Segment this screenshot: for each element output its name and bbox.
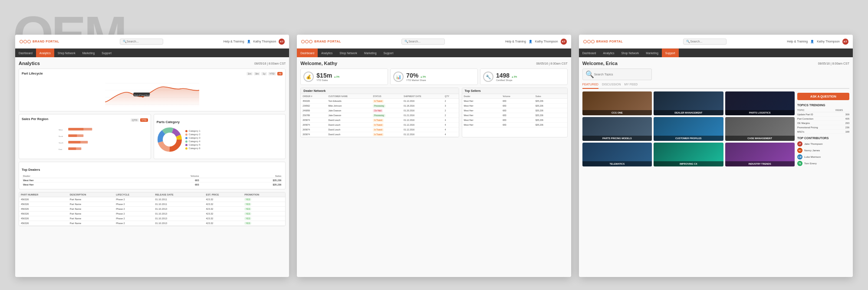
tab-ytd[interactable]: YTD — [268, 72, 276, 75]
navbar-1: Dashboard Analytics Shop Network Marketi… — [15, 49, 289, 57]
featured-tabs: FEATURED DISCUSSION MY FEED — [582, 83, 849, 89]
page-content-2: Welcome, Kathy 08/05/16 | 8:00am CST 💰 $… — [297, 57, 571, 277]
svg-rect-18 — [68, 147, 81, 150]
tab-discussion[interactable]: DISCUSSION — [602, 83, 621, 87]
tab-all[interactable]: All — [277, 72, 283, 75]
kpi-icon-1: 💰 — [303, 72, 314, 82]
table-row: 456326Part NamePhase 201.10.2013423.32YE… — [19, 216, 285, 221]
search-input-3[interactable] — [690, 40, 725, 43]
tab-ytd2[interactable]: YTD — [140, 118, 148, 122]
list-item: Part Correction405 — [797, 117, 849, 121]
brand-name-3: BRAND PORTAL — [596, 40, 623, 43]
nav-marketing-2[interactable]: Marketing — [361, 49, 380, 57]
nav-shopnetwork-2[interactable]: Shop Network — [336, 49, 361, 57]
topbar-2: BRAND PORTAL 🔍 Help & Training 👤 Kathy T… — [297, 35, 571, 49]
topbar-search-2[interactable]: 🔍 — [401, 39, 445, 45]
nav-dashboard-3[interactable]: Dashboard — [579, 49, 600, 57]
sales-region-chart: Sales Per Region QTD YTD West North Sout… — [19, 114, 151, 159]
lifecycle-svg: End of Travel Ends — [22, 78, 283, 107]
nav-shopnetwork-1[interactable]: Shop Network — [54, 49, 79, 57]
ask-button[interactable]: ASK A QUESTION — [797, 93, 849, 100]
tab-myfeed[interactable]: MY FEED — [624, 83, 638, 87]
card-label-improving-cx: IMPROVING CX — [654, 161, 723, 166]
topbar-search-3[interactable]: 🔍 — [683, 39, 727, 45]
circle-4 — [301, 40, 305, 43]
donut-svg — [157, 127, 183, 153]
card-parts-logistics[interactable]: PARTS LOGISTICS — [725, 91, 795, 115]
table-row: 456326Part NamePhase 201.10.2013423.32YE… — [19, 207, 285, 212]
topbar-right-1: Help & Training 👤 Kathy Thompson KT — [224, 39, 285, 45]
nav-shopnetwork-3[interactable]: Shop Network — [618, 49, 642, 57]
user-icon-2: 👤 — [529, 40, 533, 43]
page-header-3: Welcome, Erica 08/05/16 | 8:00am CST — [582, 61, 849, 66]
tab-3m[interactable]: 3m — [254, 72, 260, 75]
tab-1y[interactable]: 1y — [261, 72, 266, 75]
featured-grid: CCG ONE DEALER MANAGEMENT PARTS LOGISTIC… — [582, 91, 795, 166]
tab-qtd[interactable]: QTD — [131, 118, 139, 122]
screen-analytics: BRAND PORTAL 🔍 Help & Training 👤 Kathy T… — [15, 35, 289, 277]
nav-support-2[interactable]: Support — [380, 49, 397, 57]
nav-dashboard-1[interactable]: Dashboard — [15, 49, 36, 57]
card-customer-profiles[interactable]: CUSTOMER PROFILES — [654, 117, 723, 141]
table-row: West Herr683$35,236 — [462, 123, 567, 127]
card-industry-trends[interactable]: INDUSTRY TRENDS — [725, 143, 795, 166]
avatar-2: KT — [561, 39, 567, 45]
top-dealers-title: Top Dealers — [22, 168, 40, 172]
topbar-right-3: Help & Training 👤 Kathy Thompson KT — [787, 39, 848, 45]
card-improving-cx[interactable]: IMPROVING CX — [654, 143, 723, 166]
nav-support-3[interactable]: Support — [662, 49, 679, 57]
card-label-customer-profiles: CUSTOMER PROFILES — [654, 136, 723, 141]
circle-1 — [20, 40, 23, 43]
page-date-1: 08/05/16 | 8:00am CST — [254, 62, 286, 65]
contributors-title: TOP CONTRIBUTORS — [797, 137, 849, 140]
svg-rect-17 — [68, 141, 88, 143]
tab-featured[interactable]: FEATURED — [582, 83, 598, 89]
user-name-3: Kathy Thompson — [817, 40, 840, 43]
nav-analytics-1[interactable]: Analytics — [36, 49, 54, 57]
nav-marketing-1[interactable]: Marketing — [79, 49, 99, 57]
avatar-3: KT — [842, 39, 848, 45]
card-dealer-mgmt[interactable]: DEALER MANAGEMENT — [654, 91, 723, 115]
trending-table: TOPICVIEWS Update Part ID309 Part Correc… — [797, 108, 849, 134]
nav-support-1[interactable]: Support — [98, 49, 115, 57]
card-case-mgmt[interactable]: CASE MANAGEMENT — [725, 117, 795, 141]
help-text-2: Help & Training — [505, 40, 526, 43]
search-input-1[interactable] — [127, 40, 161, 43]
lifecycle-tabs: 1m 3m 1y YTD All — [247, 72, 283, 75]
parts-category-title: Parts Category — [157, 120, 180, 124]
page-title-3: Welcome, Erica — [582, 61, 618, 66]
kpi-label-3: Certified Shops — [496, 79, 517, 81]
svg-rect-15 — [68, 128, 92, 130]
svg-text:End of Travel Ends: End of Travel Ends — [134, 94, 150, 96]
user-icon-3: 👤 — [810, 40, 814, 43]
card-label-parts-logistics: PARTS LOGISTICS — [725, 110, 795, 115]
search-topics-input[interactable] — [594, 73, 649, 76]
avatar-nancy: NJ — [797, 148, 802, 153]
table-row: 265874David LeachIn Transit01.12.20164 — [301, 127, 458, 132]
nav-marketing-3[interactable]: Marketing — [642, 49, 662, 57]
card-ccg-one[interactable]: CCG ONE — [582, 91, 652, 115]
contributor-luke: LM Luke Morrison — [797, 154, 849, 160]
svg-text:East: East — [59, 148, 62, 150]
kpi-row: 💰 $15m ▲3% YTD Sales 📊 70% ▲3% YTD Marke… — [300, 68, 567, 85]
tab-1m[interactable]: 1m — [247, 72, 253, 75]
list-item: Promotional Pricing236 — [797, 125, 849, 130]
list-item: OE Margins293 — [797, 121, 849, 125]
card-parts-pricing[interactable]: PARTS PRICING MODELS — [582, 117, 652, 141]
navbar-2: Dashboard Analytics Shop Network Marketi… — [297, 49, 571, 57]
nav-dashboard-2[interactable]: Dashboard — [297, 49, 318, 57]
table-row: 456326Part NamePhase 201.10.2013423.32YE… — [19, 221, 285, 226]
nav-analytics-2[interactable]: Analytics — [318, 49, 336, 57]
search-topics[interactable]: 🔍 — [582, 68, 652, 80]
card-telematics[interactable]: TELEMATICS — [582, 143, 652, 166]
brand-logo-2: BRAND PORTAL — [301, 40, 341, 43]
list-item: MSO's168 — [797, 130, 849, 134]
table-row: West Herr683$35,236 — [462, 118, 567, 123]
donut-area: Category 1 Category 2 Category 3 Categor… — [157, 127, 283, 153]
topbar-1: BRAND PORTAL 🔍 Help & Training 👤 Kathy T… — [15, 35, 289, 49]
table-row: 456326Tom EdwardsIn Transit01.12.20162 — [301, 99, 458, 104]
topbar-search-1[interactable]: 🔍 — [120, 39, 163, 45]
search-input-2[interactable] — [408, 40, 443, 43]
contributor-name-jake: Jake Thompson — [804, 143, 823, 145]
nav-analytics-3[interactable]: Analytics — [599, 49, 618, 57]
